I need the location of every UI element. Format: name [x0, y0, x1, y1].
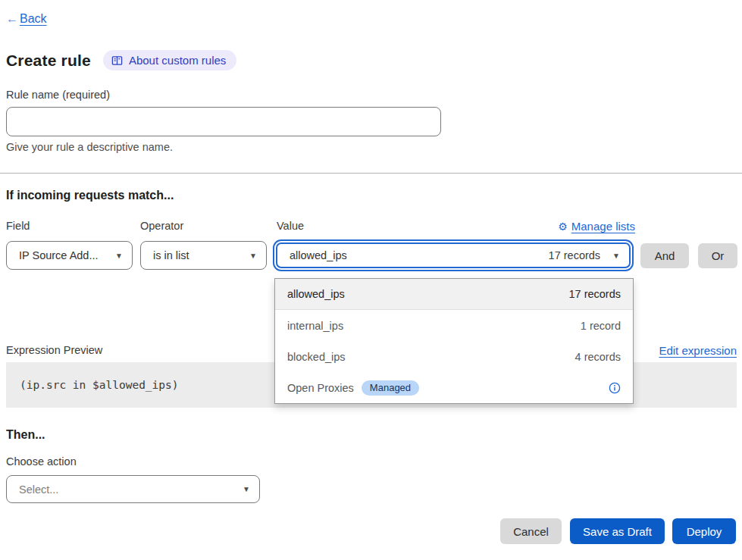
rule-name-input[interactable]: [6, 107, 441, 136]
list-record-count: 17 records: [568, 288, 621, 300]
back-link[interactable]: ←Back: [6, 12, 47, 26]
manage-lists-label: Manage lists: [571, 220, 635, 233]
chevron-down-icon: ▼: [612, 252, 620, 260]
about-custom-rules-label: About custom rules: [129, 54, 226, 67]
rule-name-helper: Give your rule a descriptive name.: [6, 141, 173, 153]
or-button[interactable]: Or: [698, 243, 737, 268]
list-name: blocked_ips: [287, 351, 346, 363]
value-select-records: 17 records: [549, 249, 606, 261]
dropdown-item-open-proxies[interactable]: Open Proxies Managed: [275, 372, 633, 403]
back-label: Back: [20, 12, 47, 25]
dropdown-item-internal-ips[interactable]: internal_ips 1 record: [275, 310, 633, 341]
back-arrow-icon: ←: [6, 12, 18, 25]
dropdown-item-blocked-ips[interactable]: blocked_ips 4 records: [275, 341, 633, 372]
chevron-down-icon: ▼: [249, 252, 257, 260]
gear-icon: ⚙: [558, 221, 568, 233]
list-name: internal_ips: [287, 320, 343, 332]
and-button[interactable]: And: [640, 243, 689, 268]
managed-badge: Managed: [362, 380, 419, 396]
value-dropdown-menu: allowed_ips 17 records internal_ips 1 re…: [274, 278, 634, 404]
action-select-placeholder: Select...: [19, 483, 58, 496]
cancel-button[interactable]: Cancel: [500, 518, 562, 544]
operator-select-value: is in list: [153, 249, 189, 261]
list-name: allowed_ips: [287, 288, 345, 300]
value-select[interactable]: allowed_ips 17 records ▼: [276, 242, 631, 268]
operator-label: Operator: [140, 220, 183, 232]
expression-code: (ip.src in $allowed_ips): [20, 379, 179, 391]
expression-preview-label: Expression Preview: [6, 344, 102, 356]
dropdown-item-allowed-ips[interactable]: allowed_ips 17 records: [275, 279, 633, 310]
create-rule-page: ←Back Create rule About custom rules Rul…: [0, 0, 742, 560]
chevron-down-icon: ▼: [115, 252, 123, 260]
operator-select[interactable]: is in list ▼: [140, 241, 267, 270]
field-select[interactable]: IP Source Add... ▼: [6, 241, 133, 270]
then-section-heading: Then...: [6, 428, 45, 442]
title-row: Create rule About custom rules: [6, 50, 236, 70]
info-icon[interactable]: [609, 382, 621, 394]
list-record-count: 4 records: [575, 351, 621, 363]
save-as-draft-button[interactable]: Save as Draft: [570, 518, 665, 544]
field-label: Field: [6, 220, 30, 232]
choose-action-label: Choose action: [6, 455, 77, 468]
field-select-value: IP Source Add...: [19, 249, 99, 261]
value-label: Value: [277, 220, 304, 232]
book-icon: [111, 55, 123, 66]
match-section-heading: If incoming requests match...: [6, 189, 174, 202]
list-record-count: 1 record: [581, 320, 621, 332]
value-select-value: allowed_ips: [290, 249, 347, 261]
page-title: Create rule: [6, 52, 91, 70]
action-select[interactable]: Select... ▼: [6, 475, 260, 503]
chevron-down-icon: ▼: [243, 485, 250, 493]
list-name: Open Proxies: [287, 382, 354, 394]
rule-name-label: Rule name (required): [6, 89, 110, 101]
about-custom-rules-link[interactable]: About custom rules: [103, 50, 236, 70]
manage-lists-link[interactable]: ⚙ Manage lists: [558, 220, 635, 233]
edit-expression-link[interactable]: Edit expression: [659, 344, 737, 357]
section-divider: [0, 173, 742, 174]
deploy-button[interactable]: Deploy: [672, 518, 736, 544]
